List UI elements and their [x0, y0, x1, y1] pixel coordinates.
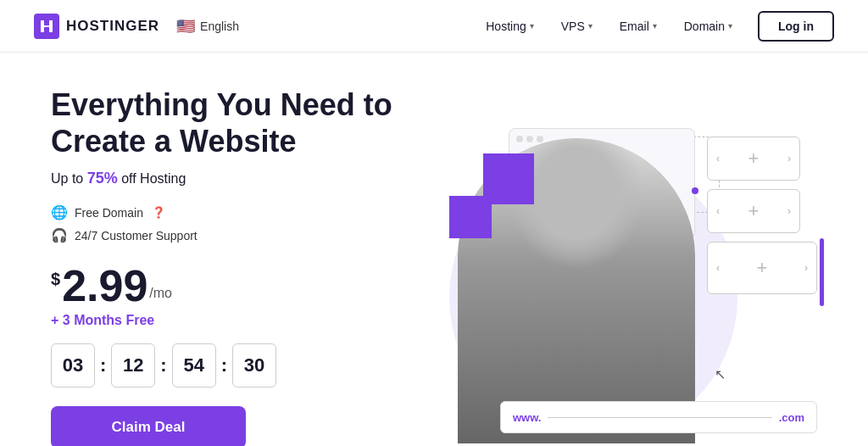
globe-icon: 🌐 — [51, 204, 68, 220]
price-row: $ 2.99 /mo — [51, 264, 415, 308]
headset-icon: 🎧 — [51, 227, 68, 243]
feature-support-text: 24/7 Customer Support — [75, 229, 198, 243]
claim-deal-button[interactable]: Claim Deal — [51, 406, 246, 446]
countdown-sep-1: : — [100, 354, 106, 376]
nav-hosting[interactable]: Hosting ▾ — [474, 13, 545, 40]
feature-domain-text: Free Domain — [75, 206, 143, 220]
hero-section: Everything You Need toCreate a Website U… — [0, 53, 868, 446]
countdown-sep-2: : — [160, 354, 166, 376]
hero-left: Everything You Need toCreate a Website U… — [51, 86, 415, 446]
hero-title: Everything You Need toCreate a Website — [51, 86, 415, 159]
domain-bar: www. .com — [500, 401, 817, 433]
dot-1 — [516, 136, 523, 142]
panel-arrow-right-1: › — [787, 153, 791, 164]
domain-www: www. — [513, 411, 541, 424]
panel-arrow-left-3: ‹ — [716, 262, 720, 274]
panel-plus-3: + — [757, 257, 768, 279]
panel-arrow-right-2: › — [787, 205, 791, 217]
chevron-down-icon: ▾ — [588, 21, 593, 31]
price-block: $ 2.99 /mo — [51, 264, 415, 308]
subtitle-prefix: Up to — [51, 171, 87, 186]
nav-domain[interactable]: Domain ▾ — [672, 13, 744, 40]
chevron-down-icon: ▾ — [530, 21, 534, 31]
navbar: HOSTINGER 🇺🇸 English Hosting ▾ VPS ▾ Ema… — [0, 0, 868, 53]
language-selector[interactable]: 🇺🇸 English — [176, 17, 239, 36]
price-dollar: $ — [51, 270, 60, 287]
language-label: English — [200, 20, 239, 33]
countdown-sep-3: : — [221, 354, 227, 376]
hero-subtitle: Up to 75% off Hosting — [51, 170, 415, 187]
countdown-hours: 03 — [51, 343, 95, 387]
flag-icon: 🇺🇸 — [176, 17, 195, 36]
panel-plus-1: + — [748, 148, 760, 170]
domain-line — [548, 417, 771, 418]
panel-arrow-right-3: › — [804, 262, 808, 274]
hero-illustration: ‹ + › ‹ + › ‹ + › ↖ www. — [432, 103, 817, 446]
countdown-timer: 03 : 12 : 54 : 30 — [51, 343, 415, 387]
dot-2 — [526, 136, 533, 142]
nav-email[interactable]: Email ▾ — [608, 13, 669, 40]
features-list: 🌐 Free Domain ❓ 🎧 24/7 Customer Support — [51, 204, 415, 243]
discount-highlight: 75% — [87, 170, 118, 187]
countdown-ms: 30 — [232, 343, 276, 387]
countdown-minutes: 12 — [111, 343, 155, 387]
feature-domain: 🌐 Free Domain ❓ — [51, 204, 415, 220]
ui-panel-1: ‹ + › — [707, 137, 800, 181]
panel-arrow-left-2: ‹ — [716, 205, 720, 217]
subtitle-suffix: off Hosting — [118, 171, 186, 186]
vertical-bar-accent — [820, 238, 824, 306]
help-icon[interactable]: ❓ — [152, 206, 165, 219]
chevron-down-icon: ▾ — [728, 21, 732, 31]
chevron-down-icon: ▾ — [653, 21, 657, 31]
purple-square-2 — [449, 196, 492, 238]
free-months: + 3 Months Free — [51, 313, 415, 328]
domain-com: .com — [779, 411, 804, 424]
countdown-seconds: 54 — [172, 343, 216, 387]
panel-arrow-left-1: ‹ — [716, 153, 720, 164]
ui-panel-2: ‹ + › — [707, 189, 800, 233]
panel-plus-2: + — [748, 200, 760, 222]
cursor-icon: ↖ — [715, 366, 726, 382]
logo-icon — [34, 14, 59, 39]
price-main: 2.99 — [62, 264, 147, 308]
navbar-right: Hosting ▾ VPS ▾ Email ▾ Domain ▾ Log in — [474, 11, 834, 42]
navbar-left: HOSTINGER 🇺🇸 English — [34, 14, 239, 39]
dot-3 — [537, 136, 543, 142]
logo[interactable]: HOSTINGER — [34, 14, 159, 39]
ui-panel-3: ‹ + › — [707, 242, 817, 294]
price-period: /mo — [149, 286, 172, 301]
login-button[interactable]: Log in — [758, 11, 834, 42]
logo-text: HOSTINGER — [66, 18, 159, 35]
ui-panels: ‹ + › ‹ + › ‹ + › — [707, 137, 817, 294]
nav-vps[interactable]: VPS ▾ — [549, 13, 604, 40]
feature-support: 🎧 24/7 Customer Support — [51, 227, 415, 243]
